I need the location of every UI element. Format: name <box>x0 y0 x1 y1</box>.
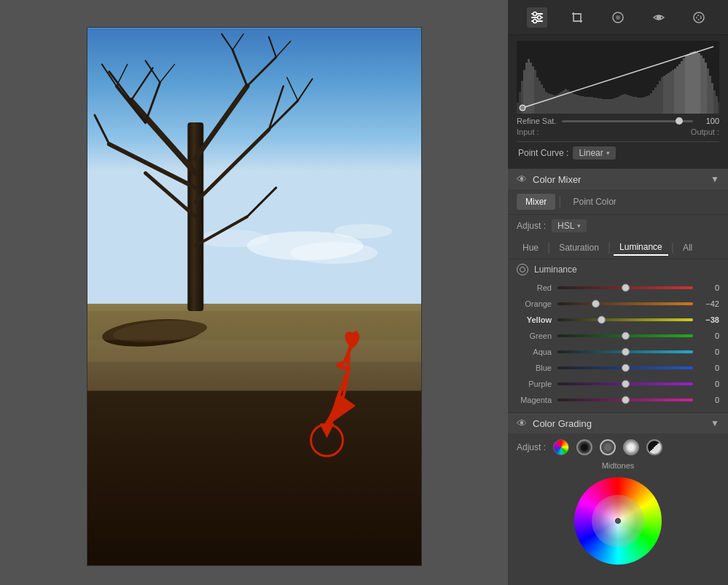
slider-thumb-blue[interactable] <box>622 364 630 372</box>
svg-point-51 <box>694 12 704 23</box>
svg-rect-109 <box>637 98 639 114</box>
slider-row-blue: Blue 0 <box>517 360 719 376</box>
slider-val-magenta: 0 <box>699 396 719 404</box>
point-curve-arrow: ▾ <box>606 149 610 157</box>
color-grading-header: 👁 Color Grading ▼ <box>508 412 728 433</box>
tab-saturation[interactable]: Saturation <box>553 240 605 255</box>
svg-rect-132 <box>687 54 689 114</box>
develop-icon[interactable] <box>527 7 547 28</box>
adjust-dropdown[interactable]: HSL ▾ <box>552 219 587 232</box>
svg-rect-134 <box>692 52 694 114</box>
tab-hue[interactable]: Hue <box>517 240 544 255</box>
crop-icon[interactable] <box>567 7 587 28</box>
svg-rect-99 <box>615 98 617 114</box>
grading-highlights-icon[interactable] <box>623 439 639 455</box>
slider-thumb-orange[interactable] <box>592 300 600 308</box>
svg-rect-136 <box>696 52 698 114</box>
slider-track-aqua[interactable] <box>557 350 693 353</box>
tab-luminance[interactable]: Luminance <box>614 240 668 256</box>
svg-rect-69 <box>549 94 552 114</box>
io-row: Input : Output : <box>517 125 719 138</box>
color-sliders: Red 0 Orange −42 Yellow −38 <box>508 278 728 412</box>
svg-rect-143 <box>711 83 713 114</box>
slider-row-purple: Purple 0 <box>517 376 719 392</box>
output-label: Output : <box>691 127 719 136</box>
svg-rect-85 <box>584 97 587 114</box>
svg-rect-130 <box>683 58 685 114</box>
svg-rect-140 <box>705 63 707 114</box>
point-curve-dropdown[interactable]: Linear ▾ <box>573 146 615 160</box>
svg-rect-91 <box>598 98 600 114</box>
svg-rect-120 <box>661 77 663 114</box>
svg-rect-94 <box>604 99 606 114</box>
color-grading-panel: Adjust : Midtones <box>508 433 728 585</box>
slider-track-purple[interactable] <box>557 382 693 385</box>
svg-rect-111 <box>641 98 643 114</box>
svg-rect-61 <box>532 66 534 114</box>
svg-rect-133 <box>689 52 692 114</box>
svg-rect-65 <box>541 85 543 114</box>
slider-label-orange: Orange <box>517 299 552 308</box>
slider-label-magenta: Magenta <box>517 396 552 404</box>
svg-rect-135 <box>694 51 696 114</box>
target-icon[interactable] <box>517 264 528 275</box>
slider-track-green[interactable] <box>557 334 693 337</box>
svg-rect-106 <box>630 96 633 114</box>
color-wheel[interactable] <box>574 477 662 565</box>
redeye-icon[interactable] <box>649 7 669 28</box>
color-mixer-eye-icon[interactable]: 👁 <box>517 173 527 185</box>
slider-val-blue: 0 <box>699 364 719 372</box>
slider-thumb-aqua[interactable] <box>622 348 630 356</box>
svg-rect-98 <box>613 98 615 114</box>
color-mixer-expand-icon[interactable]: ▼ <box>711 174 719 184</box>
mixer-tab-sep: | <box>558 195 561 208</box>
heal-icon[interactable] <box>608 7 628 28</box>
svg-rect-129 <box>681 61 683 114</box>
refine-sat-thumb[interactable] <box>676 117 683 125</box>
adjust-arrow: ▾ <box>577 222 581 229</box>
refine-sat-value: 100 <box>699 117 719 125</box>
grading-all-icon[interactable] <box>553 439 569 455</box>
point-curve-row: Point Curve : Linear ▾ <box>517 141 719 164</box>
slider-track-blue[interactable] <box>557 366 693 369</box>
histogram-canvas <box>517 41 719 114</box>
slider-track-yellow[interactable] <box>557 318 693 321</box>
svg-rect-138 <box>700 55 702 114</box>
histogram-area: Refine Sat. 100 Input : Output : Point C… <box>508 35 728 168</box>
svg-rect-105 <box>628 95 630 114</box>
color-grading-eye-icon[interactable]: 👁 <box>517 417 527 429</box>
slider-row-green: Green 0 <box>517 328 719 344</box>
masking-icon[interactable] <box>689 7 709 28</box>
photo-container <box>87 27 422 566</box>
slider-thumb-yellow[interactable] <box>598 316 606 324</box>
svg-point-2 <box>290 242 377 264</box>
slider-thumb-magenta[interactable] <box>622 396 630 404</box>
color-grading-expand-icon[interactable]: ▼ <box>711 418 719 428</box>
grading-shadows-icon[interactable] <box>576 439 592 455</box>
refine-sat-slider[interactable] <box>562 120 693 122</box>
slider-label-red: Red <box>517 283 552 292</box>
svg-rect-115 <box>650 93 652 114</box>
slider-track-orange[interactable] <box>557 302 693 305</box>
slider-track-magenta[interactable] <box>557 398 693 401</box>
grading-midtones-icon[interactable] <box>600 439 616 455</box>
mixer-tabs: Mixer | Point Color <box>508 189 728 215</box>
slider-thumb-green[interactable] <box>622 332 630 340</box>
tab-mixer[interactable]: Mixer <box>517 194 555 210</box>
photo-area <box>0 0 508 585</box>
svg-rect-119 <box>659 81 661 114</box>
slider-val-orange: −42 <box>699 299 719 308</box>
color-mixer-title: Color Mixer <box>533 174 581 185</box>
hsl-tabs: Hue | Saturation | Luminance | All <box>508 237 728 259</box>
slider-thumb-red[interactable] <box>622 284 630 292</box>
svg-rect-72 <box>556 95 558 114</box>
grading-split-icon[interactable] <box>646 439 662 455</box>
svg-rect-100 <box>617 97 619 114</box>
slider-track-red[interactable] <box>557 286 693 289</box>
slider-val-red: 0 <box>699 283 719 292</box>
slider-thumb-purple[interactable] <box>622 380 630 388</box>
svg-rect-145 <box>716 96 718 114</box>
svg-rect-38 <box>87 390 421 565</box>
tab-point-color[interactable]: Point Color <box>565 194 625 210</box>
tab-all[interactable]: All <box>677 240 698 255</box>
